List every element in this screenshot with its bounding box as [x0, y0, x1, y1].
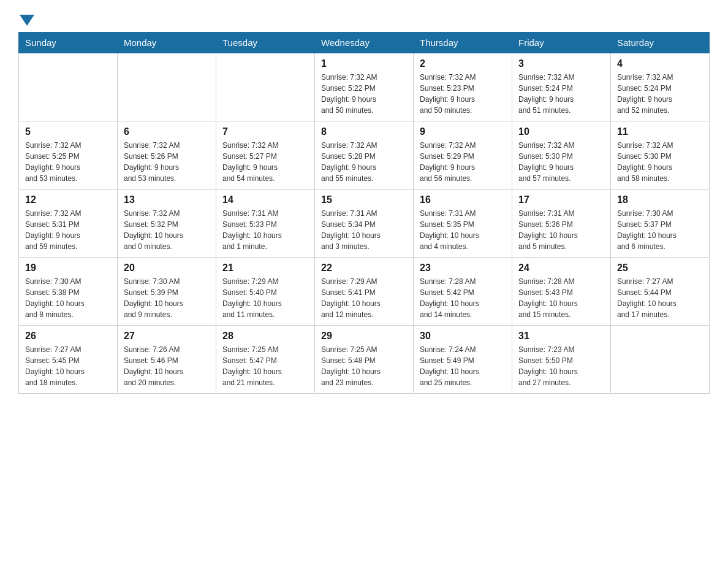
- day-number: 23: [420, 262, 506, 274]
- day-number: 21: [222, 262, 308, 274]
- day-number: 4: [617, 58, 703, 69]
- day-info: Sunrise: 7:31 AM Sunset: 5:34 PM Dayligh…: [321, 208, 407, 252]
- day-number: 3: [518, 58, 604, 69]
- col-header-tuesday: Tuesday: [216, 33, 315, 53]
- day-number: 30: [420, 331, 506, 342]
- col-header-saturday: Saturday: [611, 33, 710, 53]
- day-number: 8: [321, 126, 407, 137]
- day-cell: 24Sunrise: 7:28 AM Sunset: 5:43 PM Dayli…: [512, 258, 611, 326]
- day-cell: 31Sunrise: 7:23 AM Sunset: 5:50 PM Dayli…: [512, 326, 611, 394]
- day-info: Sunrise: 7:32 AM Sunset: 5:30 PM Dayligh…: [518, 140, 604, 184]
- day-number: 17: [518, 194, 604, 205]
- day-cell: 25Sunrise: 7:27 AM Sunset: 5:44 PM Dayli…: [611, 258, 710, 326]
- day-cell: 12Sunrise: 7:32 AM Sunset: 5:31 PM Dayli…: [19, 190, 118, 258]
- day-cell: 22Sunrise: 7:29 AM Sunset: 5:41 PM Dayli…: [315, 258, 414, 326]
- logo-arrow-icon: [20, 15, 34, 26]
- day-cell: 6Sunrise: 7:32 AM Sunset: 5:26 PM Daylig…: [118, 121, 216, 190]
- header-row: SundayMondayTuesdayWednesdayThursdayFrid…: [19, 33, 710, 53]
- day-number: 10: [518, 126, 604, 137]
- week-row-4: 26Sunrise: 7:27 AM Sunset: 5:45 PM Dayli…: [19, 326, 710, 394]
- week-row-3: 19Sunrise: 7:30 AM Sunset: 5:38 PM Dayli…: [19, 258, 710, 326]
- day-number: 18: [617, 194, 703, 205]
- day-cell: [216, 53, 315, 121]
- day-info: Sunrise: 7:27 AM Sunset: 5:45 PM Dayligh…: [25, 344, 111, 388]
- day-cell: 7Sunrise: 7:32 AM Sunset: 5:27 PM Daylig…: [216, 121, 315, 190]
- week-row-0: 1Sunrise: 7:32 AM Sunset: 5:22 PM Daylig…: [19, 53, 710, 121]
- day-info: Sunrise: 7:24 AM Sunset: 5:49 PM Dayligh…: [420, 344, 506, 388]
- day-info: Sunrise: 7:32 AM Sunset: 5:25 PM Dayligh…: [25, 140, 111, 184]
- day-number: 19: [25, 262, 111, 274]
- day-number: 12: [25, 194, 111, 205]
- day-info: Sunrise: 7:30 AM Sunset: 5:39 PM Dayligh…: [124, 276, 210, 320]
- day-number: 13: [124, 194, 210, 205]
- day-number: 2: [420, 58, 506, 69]
- day-cell: 27Sunrise: 7:26 AM Sunset: 5:46 PM Dayli…: [118, 326, 216, 394]
- day-cell: 28Sunrise: 7:25 AM Sunset: 5:47 PM Dayli…: [216, 326, 315, 394]
- day-info: Sunrise: 7:32 AM Sunset: 5:24 PM Dayligh…: [518, 72, 604, 116]
- day-number: 31: [518, 331, 604, 342]
- week-row-2: 12Sunrise: 7:32 AM Sunset: 5:31 PM Dayli…: [19, 190, 710, 258]
- day-info: Sunrise: 7:28 AM Sunset: 5:43 PM Dayligh…: [518, 276, 604, 320]
- page-header: [18, 12, 710, 26]
- col-header-wednesday: Wednesday: [315, 33, 414, 53]
- day-number: 14: [222, 194, 308, 205]
- day-cell: 13Sunrise: 7:32 AM Sunset: 5:32 PM Dayli…: [118, 190, 216, 258]
- day-cell: 18Sunrise: 7:30 AM Sunset: 5:37 PM Dayli…: [611, 190, 710, 258]
- day-info: Sunrise: 7:32 AM Sunset: 5:24 PM Dayligh…: [617, 72, 703, 116]
- day-number: 24: [518, 262, 604, 274]
- day-number: 9: [420, 126, 506, 137]
- day-cell: 11Sunrise: 7:32 AM Sunset: 5:30 PM Dayli…: [611, 121, 710, 190]
- day-info: Sunrise: 7:30 AM Sunset: 5:37 PM Dayligh…: [617, 208, 703, 252]
- day-number: 7: [222, 126, 308, 137]
- day-info: Sunrise: 7:30 AM Sunset: 5:38 PM Dayligh…: [25, 276, 111, 320]
- day-cell: 3Sunrise: 7:32 AM Sunset: 5:24 PM Daylig…: [512, 53, 611, 121]
- day-info: Sunrise: 7:32 AM Sunset: 5:28 PM Dayligh…: [321, 140, 407, 184]
- day-info: Sunrise: 7:32 AM Sunset: 5:29 PM Dayligh…: [420, 140, 506, 184]
- day-number: 6: [124, 126, 210, 137]
- day-info: Sunrise: 7:32 AM Sunset: 5:32 PM Dayligh…: [124, 208, 210, 252]
- week-row-1: 5Sunrise: 7:32 AM Sunset: 5:25 PM Daylig…: [19, 121, 710, 190]
- day-info: Sunrise: 7:26 AM Sunset: 5:46 PM Dayligh…: [124, 344, 210, 388]
- day-info: Sunrise: 7:31 AM Sunset: 5:36 PM Dayligh…: [518, 208, 604, 252]
- day-cell: [19, 53, 118, 121]
- day-number: 11: [617, 126, 703, 137]
- day-info: Sunrise: 7:28 AM Sunset: 5:42 PM Dayligh…: [420, 276, 506, 320]
- day-cell: [611, 326, 710, 394]
- day-cell: 26Sunrise: 7:27 AM Sunset: 5:45 PM Dayli…: [19, 326, 118, 394]
- day-cell: 14Sunrise: 7:31 AM Sunset: 5:33 PM Dayli…: [216, 190, 315, 258]
- day-cell: 9Sunrise: 7:32 AM Sunset: 5:29 PM Daylig…: [414, 121, 512, 190]
- col-header-monday: Monday: [118, 33, 216, 53]
- day-number: 27: [124, 331, 210, 342]
- day-info: Sunrise: 7:31 AM Sunset: 5:35 PM Dayligh…: [420, 208, 506, 252]
- day-cell: 15Sunrise: 7:31 AM Sunset: 5:34 PM Dayli…: [315, 190, 414, 258]
- day-number: 1: [321, 58, 407, 69]
- day-number: 29: [321, 331, 407, 342]
- day-number: 26: [25, 331, 111, 342]
- day-info: Sunrise: 7:31 AM Sunset: 5:33 PM Dayligh…: [222, 208, 308, 252]
- day-info: Sunrise: 7:32 AM Sunset: 5:22 PM Dayligh…: [321, 72, 407, 116]
- day-number: 5: [25, 126, 111, 137]
- day-number: 25: [617, 262, 703, 274]
- day-cell: 5Sunrise: 7:32 AM Sunset: 5:25 PM Daylig…: [19, 121, 118, 190]
- col-header-sunday: Sunday: [19, 33, 118, 53]
- day-info: Sunrise: 7:27 AM Sunset: 5:44 PM Dayligh…: [617, 276, 703, 320]
- day-info: Sunrise: 7:23 AM Sunset: 5:50 PM Dayligh…: [518, 344, 604, 388]
- day-number: 28: [222, 331, 308, 342]
- day-cell: 20Sunrise: 7:30 AM Sunset: 5:39 PM Dayli…: [118, 258, 216, 326]
- day-number: 20: [124, 262, 210, 274]
- logo: [18, 12, 34, 26]
- day-cell: 21Sunrise: 7:29 AM Sunset: 5:40 PM Dayli…: [216, 258, 315, 326]
- day-cell: 29Sunrise: 7:25 AM Sunset: 5:48 PM Dayli…: [315, 326, 414, 394]
- calendar-table: SundayMondayTuesdayWednesdayThursdayFrid…: [18, 32, 710, 394]
- day-number: 16: [420, 194, 506, 205]
- day-info: Sunrise: 7:29 AM Sunset: 5:40 PM Dayligh…: [222, 276, 308, 320]
- day-cell: 19Sunrise: 7:30 AM Sunset: 5:38 PM Dayli…: [19, 258, 118, 326]
- day-cell: 10Sunrise: 7:32 AM Sunset: 5:30 PM Dayli…: [512, 121, 611, 190]
- day-cell: 23Sunrise: 7:28 AM Sunset: 5:42 PM Dayli…: [414, 258, 512, 326]
- day-cell: 8Sunrise: 7:32 AM Sunset: 5:28 PM Daylig…: [315, 121, 414, 190]
- col-header-thursday: Thursday: [414, 33, 512, 53]
- day-info: Sunrise: 7:32 AM Sunset: 5:27 PM Dayligh…: [222, 140, 308, 184]
- day-cell: 1Sunrise: 7:32 AM Sunset: 5:22 PM Daylig…: [315, 53, 414, 121]
- day-info: Sunrise: 7:32 AM Sunset: 5:31 PM Dayligh…: [25, 208, 111, 252]
- day-info: Sunrise: 7:29 AM Sunset: 5:41 PM Dayligh…: [321, 276, 407, 320]
